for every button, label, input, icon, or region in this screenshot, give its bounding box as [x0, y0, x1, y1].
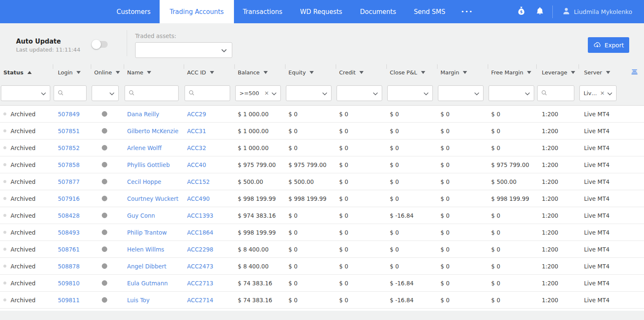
column-header-login[interactable]: Login [53, 63, 91, 81]
free-margin-value: $ 0 [488, 229, 536, 236]
column-header-margin[interactable]: Margin [437, 63, 488, 81]
sort-down-icon [210, 71, 214, 74]
status-filter-select[interactable] [1, 85, 50, 101]
column-header-leverage[interactable]: Leverage [536, 63, 579, 81]
customer-name-link[interactable]: Guy Conn [127, 212, 155, 219]
server-value: Live MT4 [579, 178, 625, 185]
login-link[interactable]: 507916 [58, 195, 80, 202]
margin-filter-select[interactable] [438, 85, 484, 101]
acc-id-link[interactable]: ACC1393 [187, 212, 213, 219]
login-link[interactable]: 508493 [58, 229, 80, 236]
customer-name-link[interactable]: Courtney Wuckert [127, 195, 179, 202]
column-header-equity[interactable]: Equity [285, 63, 336, 81]
leverage-value: 1:200 [536, 246, 579, 253]
free-margin-filter-select[interactable] [489, 85, 534, 101]
login-link[interactable]: 507849 [58, 111, 80, 118]
close-pl-value: $ -16.84 [386, 212, 437, 219]
tab-transactions[interactable]: Transactions [234, 0, 291, 23]
acc-id-link[interactable]: ACC2298 [187, 246, 213, 253]
column-header-acc-id[interactable]: ACC ID [184, 63, 234, 81]
column-settings-button[interactable] [625, 63, 644, 81]
login-filter-text[interactable] [66, 90, 82, 96]
login-link[interactable]: 509810 [58, 280, 80, 287]
acc-id-link[interactable]: ACC29 [187, 111, 206, 118]
export-button[interactable]: Export [588, 37, 629, 53]
customer-name-link[interactable]: Angel Dibbert [127, 263, 166, 270]
login-link[interactable]: 508878 [58, 263, 80, 270]
login-link[interactable]: 508428 [58, 212, 80, 219]
balance-value: $ 1 000.00 [234, 145, 285, 151]
leverage-value: 1:200 [536, 111, 579, 118]
tab-send-sms[interactable]: Send SMS [405, 0, 454, 23]
server-value: Live MT4 [579, 229, 625, 236]
close-pl-value: $ 0 [386, 161, 437, 168]
acc-id-link[interactable]: ACC1864 [187, 229, 213, 236]
column-header-online[interactable]: Online [91, 63, 124, 81]
traded-assets-select[interactable] [135, 42, 232, 58]
online-indicator [102, 280, 107, 286]
login-link[interactable]: 507877 [58, 178, 80, 185]
login-link[interactable]: 509811 [58, 297, 80, 304]
online-filter-select[interactable] [92, 85, 119, 101]
column-header-status[interactable]: Status [0, 63, 53, 81]
customer-name-link[interactable]: Phyllis Gottlieb [127, 161, 170, 168]
name-filter-text[interactable] [137, 90, 174, 96]
sort-down-icon [310, 71, 314, 74]
tab-wd-requests[interactable]: WD Requests [291, 0, 351, 23]
name-filter-input[interactable] [125, 85, 179, 101]
acc-id-link[interactable]: ACC152 [187, 178, 210, 185]
column-header-close-pl[interactable]: Close P&L [386, 63, 437, 81]
customer-name-link[interactable]: Helen Willms [127, 246, 164, 253]
credit-value: $ 0 [336, 195, 386, 202]
server-filter-select[interactable]: Live ... ✕ [579, 85, 617, 101]
acc-id-filter-input[interactable] [185, 85, 230, 101]
auto-update-toggle[interactable] [92, 41, 108, 48]
login-filter-input[interactable] [54, 85, 87, 101]
login-link[interactable]: 508761 [58, 246, 80, 253]
tab-documents[interactable]: Documents [351, 0, 405, 23]
column-header-server[interactable]: Server [579, 63, 625, 81]
column-header-name[interactable]: Name [124, 63, 184, 81]
money-bag-button[interactable]: $ [512, 0, 530, 23]
customer-name-link[interactable]: Eula Gutmann [127, 280, 168, 287]
acc-id-link[interactable]: ACC31 [187, 128, 206, 134]
status-text: Archived [11, 297, 35, 304]
column-header-credit[interactable]: Credit [336, 63, 386, 81]
login-link[interactable]: 507852 [58, 145, 80, 151]
acc-id-link[interactable]: ACC2714 [187, 297, 213, 304]
login-link[interactable]: 507858 [58, 161, 80, 168]
credit-value: $ 0 [336, 145, 386, 151]
notifications-button[interactable] [530, 0, 549, 23]
equity-filter-select[interactable] [286, 85, 332, 101]
close-pl-filter-select[interactable] [387, 85, 433, 101]
close-pl-value: $ 0 [386, 229, 437, 236]
customer-name-link[interactable]: Luis Toy [127, 297, 149, 304]
customer-name-link[interactable]: Gilberto McKenzie [127, 128, 179, 134]
acc-id-link[interactable]: ACC40 [187, 161, 206, 168]
leverage-filter-input[interactable] [537, 85, 574, 101]
acc-id-link[interactable]: ACC32 [187, 145, 206, 151]
column-header-free-margin[interactable]: Free Margin [488, 63, 536, 81]
acc-id-link[interactable]: ACC2473 [187, 263, 213, 270]
money-bag-icon: $ [516, 6, 526, 17]
free-margin-value: $ 998 199.99 [488, 195, 536, 202]
customer-name-link[interactable]: Cecil Hoppe [127, 178, 161, 185]
acc-id-link[interactable]: ACC490 [187, 195, 210, 202]
more-menu-button[interactable]: ••• [454, 0, 480, 23]
tab-trading-accounts[interactable]: Trading Accounts [160, 0, 234, 23]
credit-filter-select[interactable] [337, 85, 382, 101]
user-menu[interactable]: Liudmila Mykolenko [559, 7, 636, 17]
balance-filter-select[interactable]: >=500 ✕ [235, 85, 281, 101]
customer-name-link[interactable]: Philip Trantow [127, 229, 167, 236]
login-link[interactable]: 507851 [58, 128, 80, 134]
customer-name-link[interactable]: Arlene Wolff [127, 145, 162, 151]
acc-id-link[interactable]: ACC2713 [187, 280, 213, 287]
clear-filter-icon[interactable]: ✕ [600, 90, 605, 96]
column-header-balance[interactable]: Balance [234, 63, 285, 81]
tab-customers[interactable]: Customers [108, 0, 160, 23]
acc-id-filter-text[interactable] [197, 90, 226, 96]
clear-filter-icon[interactable]: ✕ [264, 90, 269, 96]
leverage-filter-text[interactable] [549, 90, 570, 96]
status-cell: Archived [0, 195, 53, 202]
customer-name-link[interactable]: Dana Reilly [127, 111, 159, 118]
